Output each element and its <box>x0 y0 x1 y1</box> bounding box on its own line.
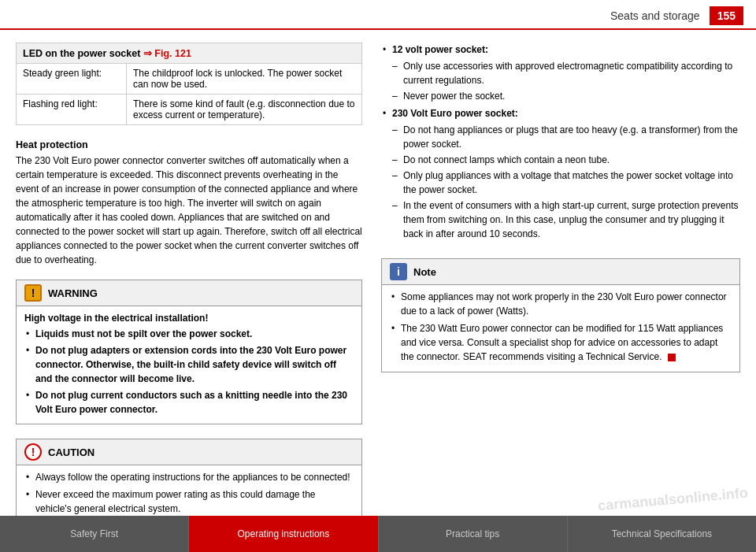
note-content: Some appliances may not work properly in… <box>382 285 739 372</box>
list-item: Never exceed the maximum power rating as… <box>24 487 354 516</box>
table-cell-value: There is some kind of fault (e.g. discon… <box>127 94 362 125</box>
list-item: The 230 Watt Euro power connector can be… <box>390 321 732 364</box>
table-row: Flashing red light: There is some kind o… <box>17 94 362 125</box>
led-table: LED on the power socket ⇒ Fig. 121 Stead… <box>16 43 362 125</box>
warning-item-1: Liquids must not be spilt over the power… <box>35 328 252 339</box>
chapter-title: Seats and storage <box>610 9 700 22</box>
power-socket-list: 12 volt power socket: Only use accessori… <box>381 43 740 244</box>
note-header: i Note <box>382 259 739 285</box>
caution-content: Always follow the operating instructions… <box>17 465 361 524</box>
note-title: Note <box>413 266 436 278</box>
table-cell-label: Steady green light: <box>17 64 127 94</box>
warning-icon: ! <box>24 284 42 302</box>
heat-protection-title: Heat protection <box>16 139 362 150</box>
socket-230v-title: 230 Volt Euro power socket: <box>392 108 518 119</box>
sub-item: In the event of consumers with a high st… <box>403 200 739 239</box>
footer-label-operating: Operating instructions <box>238 528 330 539</box>
footer-item-safety[interactable]: Safety First <box>0 516 189 552</box>
main-content: LED on the power socket ⇒ Fig. 121 Stead… <box>0 30 756 495</box>
heat-protection-section: Heat protection The 230 Volt Euro power … <box>16 135 362 272</box>
warning-item-2: Do not plug adapters or extension cords … <box>35 345 346 384</box>
sub-item: Never power the socket. <box>403 91 505 102</box>
list-item: Liquids must not be spilt over the power… <box>24 327 354 341</box>
list-item: 12 volt power socket: Only use accessori… <box>381 43 740 103</box>
list-item: In the event of consumers with a high st… <box>392 198 740 241</box>
socket-12v-title: 12 volt power socket: <box>392 44 488 55</box>
list-item: Only plug appliances with a voltage that… <box>392 169 740 197</box>
footer-label-technical: Technical Specifications <box>612 528 712 539</box>
page-number: 155 <box>710 6 743 25</box>
list-item: Do not plug current conductors such as a… <box>24 388 354 417</box>
table-header-text: LED on the power socket <box>23 48 140 59</box>
footer-item-technical[interactable]: Technical Specifications <box>568 516 756 552</box>
sub-item: Only plug appliances with a voltage that… <box>403 170 733 195</box>
warning-title: WARNING <box>48 287 98 299</box>
list-item: Always follow the operating instructions… <box>24 470 354 484</box>
note-list: Some appliances may not work properly in… <box>390 290 732 364</box>
list-item: Do not hang appliances or plugs that are… <box>392 123 740 151</box>
list-item: 230 Volt Euro power socket: Do not hang … <box>381 106 740 241</box>
sub-item: Only use accessories with approved elect… <box>403 61 732 86</box>
warning-box: ! WARNING High voltage in the electrical… <box>16 280 362 424</box>
table-header-row: LED on the power socket ⇒ Fig. 121 <box>17 43 362 64</box>
right-column: 12 volt power socket: Only use accessori… <box>381 43 740 488</box>
footer-label-safety: Safety First <box>70 528 118 539</box>
socket-12v-sublist: Only use accessories with approved elect… <box>392 59 740 103</box>
list-item: Only use accessories with approved elect… <box>392 59 740 87</box>
footer-item-practical[interactable]: Practical tips <box>379 516 568 552</box>
fig-ref: ⇒ Fig. 121 <box>143 48 191 59</box>
footer-label-practical: Practical tips <box>446 528 499 539</box>
caution-list: Always follow the operating instructions… <box>24 470 354 516</box>
socket-230v-sublist: Do not hang appliances or plugs that are… <box>392 123 740 241</box>
warning-bold-line: High voltage in the electrical installat… <box>24 311 354 325</box>
footer-item-operating[interactable]: Operating instructions <box>189 516 378 552</box>
sub-item: Do not hang appliances or plugs that are… <box>403 124 738 150</box>
left-column: LED on the power socket ⇒ Fig. 121 Stead… <box>16 43 362 488</box>
caution-header: ! CAUTION <box>17 439 361 465</box>
note-item-1: Some appliances may not work properly in… <box>401 291 727 317</box>
warning-content: High voltage in the electrical installat… <box>17 306 361 424</box>
warning-header: ! WARNING <box>17 280 361 306</box>
caution-item-2: Never exceed the maximum power rating as… <box>35 489 316 514</box>
note-box: i Note Some appliances may not work prop… <box>381 258 740 372</box>
warning-list: Liquids must not be spilt over the power… <box>24 327 354 417</box>
caution-box: ! CAUTION Always follow the operating in… <box>16 439 362 524</box>
warning-item-3: Do not plug current conductors such as a… <box>35 390 347 415</box>
list-item: Some appliances may not work properly in… <box>390 290 732 318</box>
table-header-cell: LED on the power socket ⇒ Fig. 121 <box>17 43 362 64</box>
page-header: Seats and storage 155 <box>0 0 756 30</box>
caution-item-1: Always follow the operating instructions… <box>35 472 350 483</box>
heat-protection-text: The 230 Volt Euro power connector conver… <box>16 154 362 267</box>
caution-icon: ! <box>24 443 42 461</box>
list-item: Do not connect lamps which contain a neo… <box>392 153 740 167</box>
note-icon: i <box>390 263 407 280</box>
list-item: Never power the socket. <box>392 89 740 103</box>
caution-title: CAUTION <box>48 446 94 458</box>
end-marker <box>668 354 676 361</box>
sub-item: Do not connect lamps which contain a neo… <box>403 154 610 165</box>
table-cell-value: The childproof lock is unlocked. The pow… <box>127 64 362 94</box>
page-footer[interactable]: Safety First Operating instructions Prac… <box>0 516 756 552</box>
table-cell-label: Flashing red light: <box>17 94 127 125</box>
list-item: Do not plug adapters or extension cords … <box>24 343 354 386</box>
table-row: Steady green light: The childproof lock … <box>17 64 362 94</box>
